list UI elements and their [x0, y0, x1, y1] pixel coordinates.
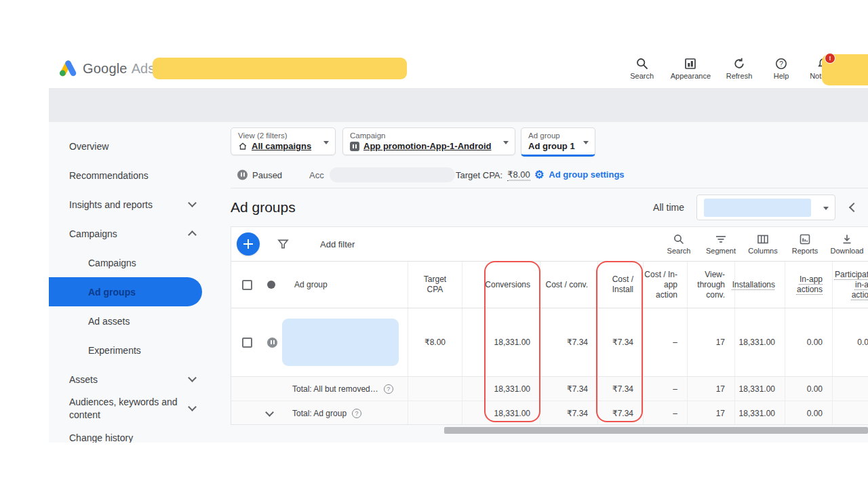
table-tools: Search Segment — [658, 233, 868, 255]
topbar-refresh-button[interactable]: Refresh — [726, 57, 753, 80]
total2-in-app-actions: 0.00 — [785, 401, 832, 425]
total2-conversions: 18,331.00 — [462, 401, 540, 425]
target-cpa-summary: Target CPA: ₹8.00 — [456, 169, 530, 180]
search-icon — [635, 57, 649, 70]
date-range-label: All time — [653, 202, 684, 213]
table-search-button[interactable]: Search — [658, 233, 700, 255]
chevron-down-icon — [188, 373, 197, 382]
select-all-checkbox[interactable] — [242, 280, 252, 290]
table-toolbar: Add filter Search — [231, 227, 868, 261]
chevron-down-icon[interactable] — [265, 408, 274, 417]
google-ads-logo[interactable]: Google Ads — [49, 60, 155, 77]
table-download-button[interactable]: Download — [826, 233, 868, 255]
target-cpa-label: Target CPA: — [456, 169, 502, 180]
filter-funnel-icon[interactable] — [277, 239, 289, 250]
total1-participate — [832, 377, 868, 401]
view-filter-label: View (2 filters) — [238, 131, 317, 140]
ad-groups-table-card: Add filter Search — [231, 226, 868, 425]
ad-group-filter-dropdown[interactable]: Ad group Ad group 1 — [521, 127, 595, 157]
sidebar-item-recommendations[interactable]: Recommendations — [49, 161, 231, 190]
header-cost-per-install[interactable]: Cost / Install — [597, 262, 643, 308]
topbar-actions: Search Appearance Refresh — [629, 57, 837, 80]
chevron-down-icon — [188, 403, 197, 411]
target-cpa-value[interactable]: ₹8.00 — [507, 169, 530, 180]
header-participate-in-app-actions[interactable]: Participat in-a actio — [832, 262, 868, 308]
sidebar-item-campaigns[interactable]: Campaigns — [49, 248, 231, 277]
redaction-account-info — [330, 167, 455, 182]
add-ad-group-button[interactable] — [237, 232, 260, 256]
download-icon — [841, 233, 853, 245]
ad-group-settings-link[interactable]: ⚙ Ad group settings — [534, 169, 625, 180]
campaign-filter-dropdown[interactable]: Campaign App promotion-App-1-Android — [342, 127, 515, 155]
columns-icon — [757, 233, 769, 245]
table-columns-button[interactable]: Columns — [742, 233, 784, 255]
row-checkbox[interactable] — [242, 338, 252, 348]
topbar-appearance-button[interactable]: Appearance — [671, 57, 711, 80]
total2-cost-per-in-app-action: – — [643, 401, 687, 425]
sidebar-item-change-history[interactable]: Change history — [49, 423, 231, 443]
subheader-band — [49, 88, 868, 122]
cell-cost-per-install: ₹7.34 — [597, 308, 643, 376]
table-reports-button[interactable]: Reports — [784, 233, 826, 255]
view-filter-dropdown[interactable]: View (2 filters) All campaigns — [231, 127, 336, 155]
sidebar-item-ad-groups[interactable]: Ad groups — [49, 277, 202, 306]
header-view-through-conv[interactable]: View- through conv. — [687, 262, 734, 308]
table-segment-button[interactable]: Segment — [700, 233, 742, 255]
view-filter-value: All campaigns — [252, 141, 311, 151]
page-title: Ad groups — [231, 199, 296, 216]
total2-cost-per-install: ₹7.34 — [597, 401, 643, 425]
appearance-icon — [684, 57, 697, 70]
brand-google-text: Google — [83, 61, 127, 77]
topbar-help-label: Help — [774, 72, 789, 80]
caret-down-icon — [583, 141, 589, 144]
previous-period-chevron[interactable] — [849, 203, 859, 212]
total1-cost-per-install: ₹7.34 — [597, 377, 643, 401]
header-conversions[interactable]: Conversions — [462, 262, 540, 308]
total2-installations: 18,331.00 — [734, 401, 785, 425]
status-text: Paused — [252, 169, 282, 180]
total1-view-through-conv: 17 — [687, 377, 734, 401]
sidebar-item-overview[interactable]: Overview — [49, 131, 231, 161]
total1-installations: 18,331.00 — [734, 377, 785, 401]
date-range-dropdown[interactable] — [696, 195, 835, 220]
total-all-but-removed-label: Total: All but removed… — [292, 384, 378, 394]
home-icon — [238, 142, 248, 151]
chevron-up-icon — [188, 230, 197, 239]
header-ad-group[interactable]: Ad group — [294, 280, 328, 289]
total2-view-through-conv: 17 — [687, 401, 734, 425]
cell-installations: 18,331.00 — [734, 308, 785, 376]
sidebar-item-experiments[interactable]: Experiments — [49, 336, 231, 365]
total-ad-group-label: Total: Ad group — [292, 409, 347, 418]
sidebar-item-insights-and-reports[interactable]: Insights and reports — [49, 190, 231, 219]
topbar-search-button[interactable]: Search — [629, 57, 656, 80]
sidebar-item-campaigns-section[interactable]: Campaigns — [49, 219, 231, 248]
scope-filter-bar: View (2 filters) All campaigns Campaign — [231, 122, 868, 164]
gear-icon: ⚙ — [534, 169, 544, 180]
segment-icon — [715, 233, 727, 245]
sidebar-item-ad-assets[interactable]: Ad assets — [49, 306, 231, 336]
ad-group-filter-label: Ad group — [528, 131, 577, 140]
campaign-filter-value: App promotion-App-1-Android — [363, 141, 491, 151]
help-circle-icon[interactable]: ? — [352, 409, 361, 418]
row-paused-status-icon — [267, 338, 277, 348]
cell-in-app-actions: 0.00 — [785, 308, 832, 376]
header-cost-per-conv[interactable]: Cost / conv. — [540, 262, 597, 308]
header-cost-per-in-app-action[interactable]: Cost / In- app action — [643, 262, 687, 308]
cell-target-cpa: ₹8.00 — [408, 308, 462, 376]
main-content: View (2 filters) All campaigns Campaign — [231, 122, 868, 443]
sidebar-item-audiences-keywords-content[interactable]: Audiences, keywords and content — [49, 394, 231, 423]
sidebar-item-assets[interactable]: Assets — [49, 365, 231, 394]
horizontal-scrollbar-thumb[interactable] — [444, 427, 868, 434]
ad-group-table-row[interactable]: ₹8.00 18,331.00 ₹7.34 ₹7.34 – 17 18,331.… — [231, 308, 868, 377]
refresh-icon — [732, 57, 746, 70]
header-target-cpa[interactable]: Target CPA — [408, 262, 462, 308]
topbar-help-button[interactable]: ? Help — [768, 57, 795, 80]
header-in-app-actions[interactable]: In-app actions — [785, 262, 832, 308]
total2-participate — [832, 401, 868, 425]
redaction-account-name — [153, 58, 407, 79]
add-filter-button[interactable]: Add filter — [320, 239, 355, 249]
help-circle-icon[interactable]: ? — [384, 384, 393, 394]
horizontal-scrollbar — [231, 426, 868, 434]
header-installations[interactable]: Installations — [734, 262, 785, 308]
paused-status-icon — [237, 169, 248, 180]
